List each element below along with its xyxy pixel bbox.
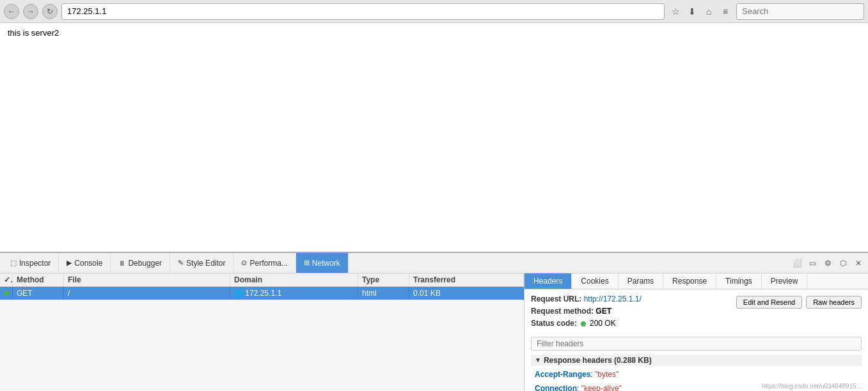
settings-icon[interactable]: ⚙ (821, 256, 835, 270)
forward-button[interactable]: → (23, 4, 38, 19)
row-status-check: 200 (0, 287, 13, 300)
filter-headers-input[interactable] (531, 337, 862, 351)
status-ok-dot (581, 321, 586, 326)
tab-console[interactable]: ▶ Console (59, 253, 111, 273)
response-headers-section[interactable]: Response headers (0.288 KB) (531, 355, 862, 366)
tab-debugger[interactable]: ⏸ Debugger (111, 253, 170, 273)
request-url-value[interactable]: http://172.25.1.1/ (584, 295, 642, 303)
row-method: GET (13, 287, 64, 300)
request-method-label: Request method: (531, 307, 594, 316)
domain-globe-icon: 🌐 (234, 289, 243, 297)
tab-inspector-label: Inspector (19, 259, 51, 268)
status-code-value: 200 OK (590, 318, 616, 330)
split-icon[interactable]: ⬜ (790, 256, 804, 270)
headers-tab-response[interactable]: Response (663, 273, 716, 289)
bookmark-icon[interactable]: ☆ (668, 4, 683, 19)
headers-tabbar: Headers Cookies Params Response Timings … (525, 273, 868, 289)
col-header-transferred: Transferred (409, 273, 524, 286)
headers-tab-cookies[interactable]: Cookies (572, 273, 618, 289)
row-type: html (358, 287, 409, 300)
header-value: "bytes" (595, 370, 619, 379)
home-icon[interactable]: ⌂ (702, 4, 716, 19)
headers-panel: Headers Cookies Params Response Timings … (525, 273, 868, 391)
browser-toolbar: ← → ↻ ☆ ⬇ ⌂ ≡ (0, 0, 868, 23)
status-code-label: Status code: (531, 318, 577, 330)
tab-network-label: Network (312, 259, 340, 268)
row-file: / (64, 287, 230, 300)
row-domain-value: 172.25.1.1 (245, 289, 281, 298)
col-header-check: ✓ (0, 273, 13, 286)
devtools-actions: ⬜ ▭ ⚙ ⬡ ✕ (790, 256, 865, 270)
tab-console-label: Console (74, 259, 102, 268)
header-name: Connection (535, 384, 577, 391)
col-header-method: Method (13, 273, 64, 286)
network-icon: ⊞ (304, 259, 310, 267)
col-header-domain: Domain (230, 273, 358, 286)
watermark: https://blog.csdn.net/u014648915... (762, 383, 862, 390)
headers-tab-headers[interactable]: Headers (525, 273, 572, 289)
page-content: this is server2 (0, 23, 868, 252)
devtools: ⬚ Inspector ▶ Console ⏸ Debugger ✎ Style… (0, 252, 868, 391)
tab-debugger-label: Debugger (128, 259, 162, 268)
performance-icon: ⊙ (241, 259, 247, 267)
table-row[interactable]: 200 GET / 🌐 172.25.1.1 html 0.01 KB (0, 287, 524, 300)
menu-icon[interactable]: ≡ (718, 4, 732, 19)
address-bar[interactable] (61, 3, 665, 20)
request-method-value: GET (596, 307, 612, 316)
back-button[interactable]: ← (4, 4, 19, 19)
tab-performance[interactable]: ⊙ Performa... (233, 253, 296, 273)
row-domain: 🌐 172.25.1.1 (230, 287, 358, 300)
col-header-file: File (64, 273, 230, 286)
status-dot (4, 291, 9, 296)
inspector-icon: ⬚ (10, 259, 17, 267)
header-row: Accept-Ranges: "bytes" (531, 367, 862, 381)
close-devtools-icon[interactable]: ✕ (851, 256, 865, 270)
style-editor-icon: ✎ (178, 259, 184, 267)
status-code-row: Status code: 200 OK (531, 318, 862, 330)
headers-tab-params[interactable]: Params (619, 273, 663, 289)
tab-network[interactable]: ⊞ Network (296, 253, 349, 273)
network-panel: ✓ Method File Domain Type Transferred 20… (0, 273, 868, 391)
request-list: ✓ Method File Domain Type Transferred 20… (0, 273, 525, 391)
edit-resend-button[interactable]: Edit and Resend (736, 296, 802, 309)
header-name: Accept-Ranges (535, 370, 590, 379)
response-section-label: Response headers (0.288 KB) (544, 356, 652, 365)
headers-tab-timings[interactable]: Timings (716, 273, 762, 289)
header-value: "keep-alive" (581, 384, 622, 391)
headers-content: Edit and Resend Raw headers Request URL:… (525, 289, 868, 391)
toolbar-icons: ☆ ⬇ ⌂ ≡ (668, 4, 732, 19)
page-text: this is server2 (8, 28, 59, 38)
dock-icon[interactable]: ▭ (805, 256, 819, 270)
undock-icon[interactable]: ⬡ (836, 256, 850, 270)
col-header-type: Type (358, 273, 409, 286)
request-url-label: Request URL: (531, 295, 581, 303)
tab-performance-label: Performa... (249, 259, 287, 268)
request-list-header: ✓ Method File Domain Type Transferred (0, 273, 524, 287)
row-transferred: 0.01 KB (409, 287, 524, 300)
headers-tab-preview[interactable]: Preview (762, 273, 808, 289)
devtools-tabbar: ⬚ Inspector ▶ Console ⏸ Debugger ✎ Style… (0, 253, 868, 273)
search-input[interactable] (736, 3, 864, 20)
tab-style-editor-label: Style Editor (186, 259, 225, 268)
download-icon[interactable]: ⬇ (685, 4, 699, 19)
tab-style-editor[interactable]: ✎ Style Editor (170, 253, 233, 273)
header-action-buttons: Edit and Resend Raw headers (736, 296, 862, 309)
console-icon: ▶ (67, 259, 72, 267)
tab-inspector[interactable]: ⬚ Inspector (3, 253, 59, 273)
refresh-button[interactable]: ↻ (42, 4, 58, 19)
raw-headers-button[interactable]: Raw headers (806, 296, 862, 309)
debugger-icon: ⏸ (118, 259, 125, 267)
